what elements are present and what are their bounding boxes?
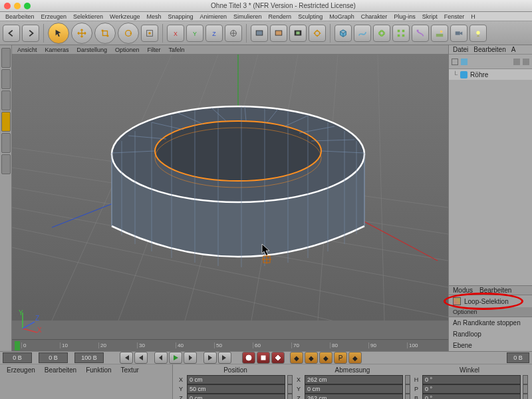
- nurbs-generator[interactable]: [373, 25, 390, 42]
- menu-item[interactable]: Snapping: [168, 13, 193, 20]
- rotate-tool[interactable]: [118, 23, 139, 44]
- spline-primitive[interactable]: [354, 25, 371, 42]
- goto-start-button[interactable]: [120, 352, 133, 364]
- minimize-icon[interactable]: [14, 3, 21, 9]
- goto-end-button[interactable]: [218, 352, 231, 364]
- menu-item[interactable]: Rendern: [269, 13, 292, 20]
- zoom-icon[interactable]: [24, 3, 31, 9]
- spinner[interactable]: [405, 394, 410, 399]
- spinner[interactable]: [287, 394, 293, 399]
- undo-button[interactable]: [3, 25, 20, 42]
- menu-item[interactable]: Selektieren: [73, 13, 103, 20]
- spinner[interactable]: [405, 375, 410, 384]
- autokey-button[interactable]: [257, 352, 270, 364]
- y-axis-lock[interactable]: Y: [186, 25, 203, 42]
- vp-menu-item[interactable]: Ansicht: [17, 47, 37, 53]
- position-field[interactable]: 0 cm: [187, 394, 285, 399]
- menu-item[interactable]: Simulieren: [233, 13, 262, 20]
- object-mode[interactable]: [1, 69, 11, 89]
- menu-item[interactable]: MoGraph: [329, 13, 354, 20]
- environment[interactable]: [431, 25, 448, 42]
- spinner[interactable]: [405, 384, 410, 394]
- key-param-button[interactable]: P: [334, 352, 347, 364]
- move-tool[interactable]: [71, 23, 92, 44]
- spinner[interactable]: [287, 375, 293, 384]
- coord-system[interactable]: [225, 25, 242, 42]
- mat-menu-item[interactable]: Erzeugen: [7, 366, 35, 374]
- vp-menu-item[interactable]: Filter: [148, 47, 161, 53]
- array-generator[interactable]: [392, 25, 410, 42]
- search-icon[interactable]: [513, 59, 520, 65]
- om-icon[interactable]: [461, 59, 467, 65]
- om-menu-item[interactable]: Bearbeiten: [473, 46, 505, 53]
- vp-menu-item[interactable]: Kameras: [45, 47, 69, 53]
- goto-prevkey-button[interactable]: [134, 352, 148, 364]
- menu-item[interactable]: H: [471, 13, 475, 20]
- menu-item[interactable]: Erzeugen: [41, 13, 67, 20]
- render-region[interactable]: [289, 25, 307, 42]
- scale-tool[interactable]: [94, 23, 116, 44]
- spinner[interactable]: [287, 384, 293, 394]
- eye-icon[interactable]: [523, 59, 529, 65]
- attr-tab[interactable]: Bearbeiten: [479, 287, 511, 294]
- z-axis-lock[interactable]: Z: [205, 25, 223, 42]
- object-row[interactable]: └ Röhre: [449, 69, 532, 80]
- frame-start[interactable]: 0 B: [3, 352, 32, 363]
- menu-item[interactable]: Plug-ins: [394, 13, 416, 20]
- play-button[interactable]: [169, 352, 182, 364]
- render-settings[interactable]: [309, 25, 326, 42]
- key-pos-button[interactable]: ◆: [290, 352, 303, 364]
- model-mode[interactable]: [1, 48, 11, 68]
- menu-item[interactable]: Skript: [422, 13, 438, 20]
- om-icon[interactable]: [452, 59, 458, 65]
- keyframe-sel-button[interactable]: [271, 352, 285, 364]
- frame-end2[interactable]: 0 B: [507, 352, 529, 363]
- menu-item[interactable]: Mesh: [146, 13, 161, 20]
- mat-menu-item[interactable]: Bearbeiten: [45, 366, 76, 374]
- menu-item[interactable]: Werkzeuge: [110, 13, 140, 20]
- vp-menu-item[interactable]: Optionen: [115, 47, 140, 53]
- vp-menu-item[interactable]: Darstellung: [77, 47, 108, 53]
- camera-object[interactable]: [450, 25, 467, 42]
- key-scale-button[interactable]: ◆: [305, 352, 318, 364]
- poly-mode[interactable]: [1, 133, 11, 153]
- angle-field[interactable]: 0 °: [422, 384, 521, 394]
- light-object[interactable]: [469, 25, 487, 42]
- menu-item[interactable]: Fenster: [444, 13, 465, 20]
- frame-current[interactable]: 0 B: [39, 352, 68, 363]
- step-fwd-button[interactable]: [184, 352, 197, 364]
- step-back-button[interactable]: [154, 352, 168, 364]
- vp-menu-item[interactable]: Tafeln: [169, 47, 185, 53]
- point-mode[interactable]: [1, 90, 11, 110]
- om-menu-item[interactable]: A: [511, 46, 516, 53]
- render-pv[interactable]: [270, 25, 287, 42]
- edge-mode[interactable]: [1, 112, 11, 132]
- x-axis-lock[interactable]: X: [167, 25, 184, 42]
- angle-field[interactable]: 0 °: [422, 394, 521, 399]
- cube-primitive[interactable]: [334, 25, 352, 42]
- playhead-icon[interactable]: [15, 341, 20, 350]
- texture-mode[interactable]: [1, 154, 11, 174]
- attr-tab[interactable]: Modus: [453, 287, 473, 294]
- deformer[interactable]: [412, 25, 429, 42]
- menu-item[interactable]: Bearbeiten: [5, 13, 35, 20]
- key-pla-button[interactable]: ◆: [348, 352, 362, 364]
- timeline-ruler[interactable]: 0 10 20 30 40 50 60 70 80 90 100: [12, 339, 448, 351]
- mat-menu-item[interactable]: Textur: [121, 366, 139, 374]
- viewport-3d[interactable]: Zentralperspektive: [12, 55, 448, 339]
- position-field[interactable]: 50 cm: [187, 384, 285, 394]
- size-field[interactable]: 0 cm: [305, 384, 403, 394]
- close-icon[interactable]: [4, 3, 11, 9]
- size-field[interactable]: 262 cm: [305, 394, 403, 399]
- render-view[interactable]: [251, 25, 268, 42]
- menu-item[interactable]: Animieren: [200, 13, 227, 20]
- mat-menu-item[interactable]: Funktion: [86, 366, 111, 374]
- loop-selection-tool[interactable]: Loop-Selektion: [449, 295, 532, 307]
- size-field[interactable]: 262 cm: [305, 375, 403, 384]
- position-field[interactable]: 0 cm: [187, 375, 285, 384]
- menu-item[interactable]: Charakter: [361, 13, 388, 20]
- last-tool[interactable]: [141, 25, 158, 42]
- frame-end[interactable]: 100 B: [74, 352, 104, 363]
- menu-item[interactable]: Sculpting: [298, 13, 323, 20]
- redo-button[interactable]: [22, 25, 39, 42]
